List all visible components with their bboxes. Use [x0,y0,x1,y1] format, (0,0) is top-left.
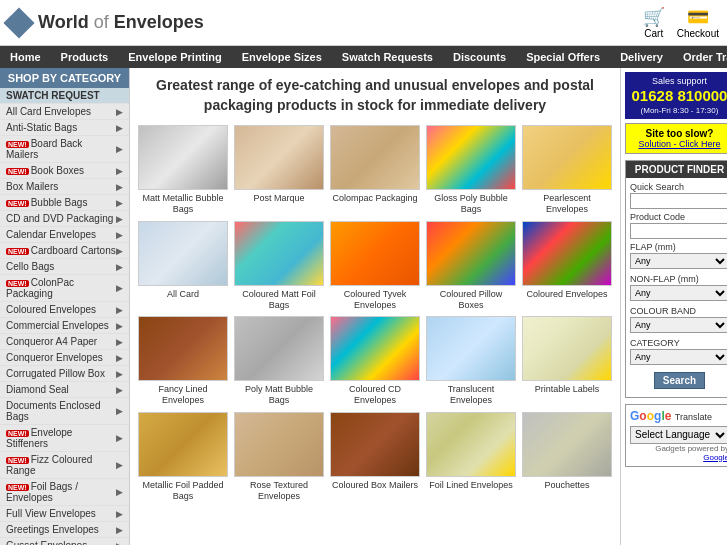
google-link[interactable]: Google [703,453,727,462]
sidebar-item-book-boxes[interactable]: NEW!Book Boxes▶ [0,163,129,179]
sidebar-item-box-mailers[interactable]: Box Mailers▶ [0,179,129,195]
nav-sizes[interactable]: Envelope Sizes [232,46,332,68]
product-finder: PRODUCT FINDER Quick Search Go! Product … [625,160,727,398]
product-pouchettes[interactable]: Pouchettes [522,412,612,502]
product-code-input[interactable] [630,223,727,239]
nav-products[interactable]: Products [51,46,119,68]
sidebar-item-env-stiffeners[interactable]: NEW!Envelope Stiffeners▶ [0,425,129,452]
colour-band-label: COLOUR BAND [630,306,727,316]
sidebar-item-colonpac[interactable]: NEW!ColonPac Packaging▶ [0,275,129,302]
sidebar-item-corrugated[interactable]: Corrugated Pillow Box▶ [0,366,129,382]
product-gloss-poly[interactable]: Gloss Poly Bubble Bags [426,125,516,215]
sidebar-item-commercial[interactable]: Commercial Envelopes▶ [0,318,129,334]
language-select[interactable]: Select Language [630,426,727,444]
sidebar-item-diamond[interactable]: Diamond Seal▶ [0,382,129,398]
product-img [522,221,612,286]
sidebar-item-foil-bags[interactable]: NEW!Foil Bags / Envelopes▶ [0,479,129,506]
product-img [330,412,420,477]
sidebar-item-gusset[interactable]: Gusset Envelopes▶ [0,538,129,545]
product-coloured-tyvek[interactable]: Coloured Tyvek Envelopes [330,221,420,311]
quick-search-label: Quick Search [630,182,727,192]
product-coloured-pillow[interactable]: Coloured Pillow Boxes [426,221,516,311]
sidebar-item-coloured-env[interactable]: Coloured Envelopes▶ [0,302,129,318]
nav-delivery[interactable]: Delivery [610,46,673,68]
product-printable[interactable]: Printable Labels [522,316,612,406]
gadgets-powered: Gadgets powered by Google [630,444,727,462]
sidebar-item-conqueror-env[interactable]: Conqueror Envelopes▶ [0,350,129,366]
sidebar-item-bubble-bags[interactable]: NEW!Bubble Bags▶ [0,195,129,211]
product-img [522,316,612,381]
product-img [138,412,228,477]
product-foil-lined[interactable]: Foil Lined Envelopes [426,412,516,502]
product-finder-title: PRODUCT FINDER [626,161,727,178]
nav-swatch[interactable]: Swatch Requests [332,46,443,68]
sales-support: Sales support 01628 810000 (Mon-Fri 8:30… [625,72,727,119]
checkout-link[interactable]: 💳 Checkout [677,6,719,39]
sidebar-item-calendar[interactable]: Calendar Envelopes▶ [0,227,129,243]
product-pearlescent[interactable]: Pearlescent Envelopes [522,125,612,215]
sidebar-title: SHOP BY CATEGORY [0,68,129,88]
product-translucent[interactable]: Translucent Envelopes [426,316,516,406]
main-layout: SHOP BY CATEGORY SWATCH REQUEST All Card… [0,68,727,545]
product-img [522,412,612,477]
sidebar-item-cardboard[interactable]: NEW!Cardboard Cartons▶ [0,243,129,259]
product-all-card[interactable]: All Card [138,221,228,311]
sidebar-item-cd-dvd[interactable]: CD and DVD Packaging▶ [0,211,129,227]
category-select[interactable]: Any [630,349,727,365]
nav-printing[interactable]: Envelope Printing [118,46,232,68]
translate-label: Translate [675,412,712,422]
sidebar-item-conqueror-a4[interactable]: Conqueror A4 Paper▶ [0,334,129,350]
flap-select[interactable]: Any [630,253,727,269]
sidebar-item-swatch-request[interactable]: SWATCH REQUEST [0,88,129,104]
cart-label: Cart [643,28,665,39]
product-code-label: Product Code [630,212,727,222]
flap-row: FLAP (mm) Any [630,242,727,272]
search-button[interactable]: Search [654,372,705,389]
product-fancy-lined[interactable]: Fancy Lined Envelopes [138,316,228,406]
quick-search-input[interactable] [630,193,727,209]
product-img [234,316,324,381]
product-matt-metallic[interactable]: Matt Metallic Bubble Bags [138,125,228,215]
sidebar-item-fizz[interactable]: NEW!Fizz Coloured Range▶ [0,452,129,479]
nav-order-tracking[interactable]: Order Tracking [673,46,727,68]
sidebar-item-all-card[interactable]: All Card Envelopes▶ [0,104,129,120]
product-img [426,221,516,286]
nav-home[interactable]: Home [0,46,51,68]
product-img [234,221,324,286]
sidebar: SHOP BY CATEGORY SWATCH REQUEST All Card… [0,68,130,545]
sidebar-item-greetings[interactable]: Greetings Envelopes▶ [0,522,129,538]
product-coloured-box[interactable]: Coloured Box Mailers [330,412,420,502]
content: Greatest range of eye-catching and unusu… [130,68,620,545]
logo-area: World of Envelopes [8,12,643,34]
product-colompac[interactable]: Colompac Packaging [330,125,420,215]
product-metallic-foil[interactable]: Metallic Foil Padded Bags [138,412,228,502]
logo-diamond [3,7,34,38]
product-coloured-cd[interactable]: Coloured CD Envelopes [330,316,420,406]
product-coloured-matt-foil[interactable]: Coloured Matt Foil Bags [234,221,324,311]
non-flap-select[interactable]: Any [630,285,727,301]
product-img [426,412,516,477]
product-coloured-env[interactable]: Coloured Envelopes [522,221,612,311]
product-img [138,316,228,381]
checkout-label: Checkout [677,28,719,39]
site-slow-banner[interactable]: Site too slow? Solution - Click Here [625,123,727,154]
site-slow-line1: Site too slow? [632,128,727,139]
sidebar-item-cello[interactable]: Cello Bags▶ [0,259,129,275]
sidebar-item-full-view[interactable]: Full View Envelopes▶ [0,506,129,522]
product-grid: Matt Metallic Bubble Bags Post Marque Co… [138,125,612,501]
category-label: CATEGORY [630,338,727,348]
product-poly-matt[interactable]: Poly Matt Bubble Bags [234,316,324,406]
colour-band-select[interactable]: Any [630,317,727,333]
sales-phone: 01628 810000 [631,86,727,106]
product-img [426,125,516,190]
sidebar-item-documents[interactable]: Documents Enclosed Bags▶ [0,398,129,425]
right-sidebar: Sales support 01628 810000 (Mon-Fri 8:30… [620,68,727,545]
product-rose-textured[interactable]: Rose Textured Envelopes [234,412,324,502]
cart-icon[interactable]: 🛒 Cart [643,6,665,39]
sidebar-item-anti-static[interactable]: Anti-Static Bags▶ [0,120,129,136]
sidebar-item-board-back[interactable]: NEW!Board Back Mailers▶ [0,136,129,163]
google-logo: Google Translate [630,409,727,423]
nav-discounts[interactable]: Discounts [443,46,516,68]
nav-special-offers[interactable]: Special Offers [516,46,610,68]
product-post-marque[interactable]: Post Marque [234,125,324,215]
